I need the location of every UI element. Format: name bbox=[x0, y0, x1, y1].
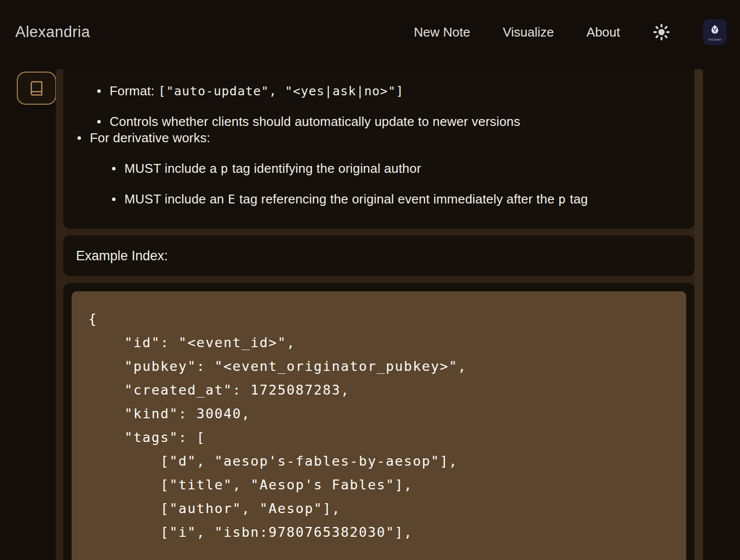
table-of-contents-button[interactable] bbox=[17, 72, 56, 105]
nav-visualize[interactable]: Visualize bbox=[503, 25, 554, 40]
text-segment: tag referencing the original event immed… bbox=[235, 192, 558, 206]
text-segment: tag identifying the original author bbox=[229, 161, 421, 176]
doc-list: Format: ["auto-update", "<yes|ask|no>"]C… bbox=[75, 83, 683, 207]
sun-icon bbox=[653, 23, 670, 41]
doc-sublist: Format: ["auto-update", "<yes|ask|no>"]C… bbox=[95, 83, 683, 130]
doc-list-item: For derivative works:MUST include a p ta… bbox=[75, 130, 683, 207]
text-segment: For derivative works: bbox=[90, 130, 210, 145]
doc-sublist-item: Controls whether clients should automati… bbox=[95, 114, 683, 130]
inline-code: E bbox=[228, 192, 235, 206]
doc-card: Format: ["auto-update", "<yes|ask|no>"]C… bbox=[63, 69, 695, 229]
gitcitadel-logo[interactable]: GitCitadel bbox=[703, 19, 727, 45]
text-segment: MUST include a bbox=[124, 161, 221, 176]
book-icon bbox=[29, 80, 44, 96]
text-segment: tag bbox=[566, 192, 588, 206]
gitcitadel-shield-icon bbox=[708, 23, 722, 38]
inline-code: p bbox=[558, 192, 566, 206]
main-nav: New Note Visualize About bbox=[414, 19, 727, 45]
inline-code: ["auto-update", "<yes|ask|no>"] bbox=[158, 84, 404, 98]
app-header: Alexandria New Note Visualize About bbox=[0, 0, 740, 64]
doc-sublist-item: Format: ["auto-update", "<yes|ask|no>"] bbox=[95, 83, 683, 99]
text-segment: MUST include an bbox=[124, 192, 228, 206]
nav-new-note[interactable]: New Note bbox=[414, 25, 470, 40]
example-index-label: Example Index: bbox=[76, 248, 168, 263]
nav-about[interactable]: About bbox=[586, 25, 620, 40]
doc-sublist-item: MUST include a p tag identifying the ori… bbox=[110, 160, 683, 177]
doc-sublist-item: MUST include an E tag referencing the or… bbox=[110, 191, 683, 207]
example-index-card: Example Index: bbox=[63, 236, 695, 276]
doc-sublist: MUST include a p tag identifying the ori… bbox=[110, 160, 683, 207]
theme-toggle-button[interactable] bbox=[653, 23, 670, 41]
content-scroll-area[interactable]: Format: ["auto-update", "<yes|ask|no>"]C… bbox=[56, 69, 703, 560]
doc-list-item: Format: ["auto-update", "<yes|ask|no>"]C… bbox=[75, 83, 683, 130]
app-title: Alexandria bbox=[15, 23, 90, 41]
vertical-scrollbar[interactable] bbox=[695, 69, 703, 560]
code-card: { "id": "<event_id>", "pubkey": "<event_… bbox=[63, 283, 695, 560]
text-segment: Format: bbox=[110, 83, 158, 98]
inline-code: p bbox=[221, 161, 229, 176]
code-content: { "id": "<event_id>", "pubkey": "<event_… bbox=[88, 307, 669, 544]
code-block: { "id": "<event_id>", "pubkey": "<event_… bbox=[72, 291, 686, 560]
text-segment: Controls whether clients should automati… bbox=[110, 114, 520, 129]
gitcitadel-logo-label: GitCitadel bbox=[708, 39, 721, 41]
